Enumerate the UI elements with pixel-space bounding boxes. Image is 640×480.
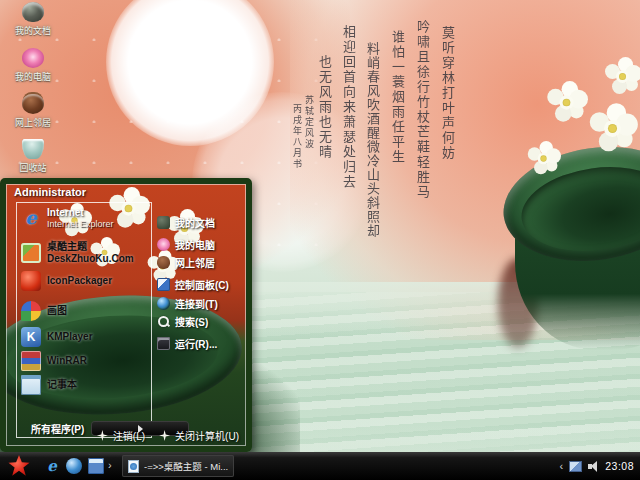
system-tray: ‹ 23:08 <box>560 452 638 480</box>
flower-blossom <box>604 120 621 137</box>
menu-item-my-computer[interactable]: 我的电脑 <box>157 237 251 252</box>
network-tray-icon[interactable] <box>569 461 582 472</box>
search-icon <box>157 315 170 328</box>
menu-item-label: 我的文档 <box>175 215 215 230</box>
menu-item-deskzhuoku-theme[interactable]: 桌酷主题DeskZhuoKu.Com <box>21 241 147 264</box>
menu-item-search[interactable]: 搜索(S) <box>157 314 251 329</box>
menu-item-winrar[interactable]: WinRAR <box>21 351 147 371</box>
menu-item-connect-to[interactable]: 连接到(T) <box>157 296 251 311</box>
menu-item-subtitle: Internet Explorer <box>47 219 114 229</box>
paint-icon <box>21 301 41 321</box>
my-documents-icon <box>22 2 44 22</box>
log-off-label: 注销(L) <box>113 428 145 443</box>
turn-off-label: 关闭计算机(U) <box>175 428 239 443</box>
internet-explorer-icon: e <box>21 208 41 228</box>
taskbar-clock: 23:08 <box>605 460 634 472</box>
menu-item-title: 记事本 <box>47 379 77 391</box>
menu-item-my-documents[interactable]: 我的文档 <box>157 215 251 230</box>
menu-item-title: IconPackager <box>47 275 112 287</box>
calligraphy-column: 吟啸且徐行竹杖芒鞋轻胜马 <box>416 20 429 200</box>
my-computer-icon <box>22 48 44 68</box>
recycle-bin-icon <box>22 139 44 159</box>
control-panel-icon <box>157 278 170 291</box>
desktop-icon-label: 网上邻居 <box>2 116 64 129</box>
network-places-icon <box>22 94 44 114</box>
theme-icon <box>21 243 41 263</box>
my-documents-icon <box>157 216 170 229</box>
quick-launch-globe-icon[interactable] <box>66 458 82 474</box>
menu-item-network-places[interactable]: 网上邻居 <box>157 255 251 270</box>
menu-item-paint[interactable]: 画图 <box>21 301 147 321</box>
quick-launch-window-icon[interactable] <box>88 458 104 474</box>
flower-blossom <box>559 95 573 109</box>
start-menu-footer: 注销(L) 关闭计算机(U) <box>97 428 239 443</box>
all-programs-label: 所有程序(P) <box>31 421 84 436</box>
menu-item-control-panel[interactable]: 控制面板(C) <box>157 277 251 292</box>
calligraphy-column: 也无风雨也无晴 <box>318 55 331 160</box>
menu-item-label: 运行(R)... <box>175 336 217 351</box>
desktop-icon-label: 我的文档 <box>2 24 64 37</box>
desktop: 莫听穿林打叶声何妨 吟啸且徐行竹杖芒鞋轻胜马 谁怕一蓑烟雨任平生 料峭春风吹酒醒… <box>0 0 640 480</box>
desktop-icon-network-places[interactable]: 网上邻居 <box>2 94 64 138</box>
quick-launch-overflow-chevron[interactable]: › <box>108 459 112 471</box>
desktop-icon-my-computer[interactable]: 我的电脑 <box>2 48 64 92</box>
menu-item-label: 连接到(T) <box>175 296 218 311</box>
menu-item-label: 网上邻居 <box>175 255 215 270</box>
winrar-icon <box>21 351 41 371</box>
menu-item-label: 搜索(S) <box>175 314 208 329</box>
task-button-ie-window[interactable]: -=>>桌酷主题 - Mi... <box>122 455 234 477</box>
start-menu-pinned-panel: e Internet Internet Explorer 桌酷主题DeskZhu… <box>16 202 152 438</box>
menu-item-kmplayer[interactable]: K KMPlayer <box>21 327 147 347</box>
ie-document-icon <box>128 460 139 473</box>
menu-item-internet[interactable]: e Internet Internet Explorer <box>21 207 147 229</box>
my-computer-icon <box>157 238 170 251</box>
calligraphy-column: 相迎回首向来萧瑟处归去 <box>342 25 355 190</box>
globe-icon <box>157 297 170 310</box>
tray-chevron-icon[interactable]: ‹ <box>560 460 564 472</box>
desktop-icon-my-documents[interactable]: 我的文档 <box>2 2 64 46</box>
menu-item-run[interactable]: 运行(R)... <box>157 336 251 351</box>
task-button-label: -=>>桌酷主题 - Mi... <box>144 459 228 473</box>
quick-launch-ie-icon[interactable]: e <box>44 458 60 474</box>
star-icon <box>159 430 170 441</box>
start-button[interactable] <box>8 455 30 477</box>
menu-item-title: Internet <box>47 207 84 218</box>
desktop-icon-recycle-bin[interactable]: 回收站 <box>2 139 64 183</box>
menu-item-notepad[interactable]: 记事本 <box>21 375 147 395</box>
menu-item-label: 控制面板(C) <box>175 277 229 292</box>
menu-item-iconpackager[interactable]: IconPackager <box>21 271 147 291</box>
desktop-icon-label: 我的电脑 <box>2 70 64 83</box>
volume-tray-icon[interactable] <box>588 461 599 472</box>
calligraphy-signature: 丙戌年八月书 <box>292 104 301 170</box>
menu-item-title: KMPlayer <box>47 331 93 343</box>
notepad-icon <box>21 375 41 395</box>
menu-item-label: 我的电脑 <box>175 237 215 252</box>
network-places-icon <box>157 256 170 269</box>
start-menu-username: Administrator <box>14 186 86 198</box>
log-off-button[interactable]: 注销(L) <box>97 428 145 443</box>
taskbar: e › -=>>桌酷主题 - Mi... ‹ 23:08 <box>0 452 640 480</box>
start-menu-content: Administrator e Internet Internet Explor… <box>6 184 246 446</box>
turn-off-computer-button[interactable]: 关闭计算机(U) <box>159 428 239 443</box>
menu-item-title: 桌酷主题DeskZhuoKu.Com <box>47 241 147 264</box>
run-icon <box>157 337 170 350</box>
calligraphy-signature: 苏轼定风波 <box>304 95 313 150</box>
flower-blossom <box>538 153 550 165</box>
start-menu: Administrator e Internet Internet Explor… <box>0 178 252 452</box>
flower-blossom <box>616 70 629 83</box>
star-icon <box>97 430 108 441</box>
calligraphy-column: 谁怕一蓑烟雨任平生 <box>391 30 404 165</box>
menu-item-title: WinRAR <box>47 355 87 367</box>
desktop-icon-label: 回收站 <box>2 161 64 174</box>
calligraphy-column: 莫听穿林打叶声何妨 <box>441 26 454 161</box>
iconpackager-icon <box>21 271 41 291</box>
calligraphy-column: 料峭春风吹酒醒微冷山头斜照却 <box>366 42 379 238</box>
menu-item-title: 画图 <box>47 305 67 317</box>
kmplayer-icon: K <box>21 327 41 347</box>
